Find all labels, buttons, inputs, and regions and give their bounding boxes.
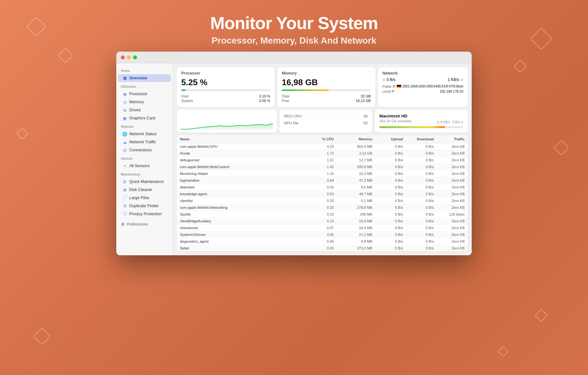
table-row: cfprefsd 0.33 5,1 MB 0 B/s 0 B/s Zero KB	[177, 198, 468, 204]
process-download: 0 B/s	[403, 226, 434, 230]
sidebar-item-processor[interactable]: ◉ Processor	[118, 90, 171, 98]
process-name: distnoted	[180, 185, 295, 189]
process-upload: 0 B/s	[372, 206, 403, 209]
sidebar-item-memory[interactable]: ◎ Memory	[118, 98, 171, 106]
sidebar-item-overview[interactable]: ⊞ Overview	[118, 74, 171, 82]
globe-icon: 🌐	[122, 132, 127, 136]
process-upload: 0 B/s	[372, 165, 403, 169]
process-download: 0 B/s	[403, 206, 434, 209]
process-mem: 804,9 MB	[334, 145, 372, 148]
total-label: Total	[282, 94, 289, 98]
process-name: Spotify	[180, 212, 295, 216]
preferences-button[interactable]: ⚙ Preferences	[116, 219, 173, 229]
process-download: 0 B/s	[403, 178, 434, 182]
process-download: 0 B/s	[403, 192, 434, 196]
process-download: 0 B/s	[403, 212, 434, 216]
memory-icon: ◎	[122, 100, 127, 104]
process-traffic: Zero KB	[434, 165, 465, 169]
process-mem: 273,2 MB	[334, 246, 372, 250]
hd-speed-row: ⊙ 8 KB/s 0 B/s ⊙	[437, 120, 463, 124]
sidebar-item-drives[interactable]: ⊕ Drives	[118, 106, 171, 114]
processor-system-row: System 2.06 %	[181, 99, 270, 103]
table-row: com.apple.WebKit.GPU 4.23 804,9 MB 0 B/s…	[177, 143, 468, 150]
sidebar-item-network-traffic[interactable]: ☁ Network Traffic	[118, 138, 171, 146]
processor-progress-fill	[181, 89, 186, 91]
process-mem: 248 MB	[334, 212, 372, 216]
sidebar-item-network-traffic-label: Network Traffic	[129, 140, 156, 144]
gpu-die-value: 62	[364, 121, 368, 125]
process-mem: 21,2 MB	[334, 233, 372, 237]
up-arrow-icon: ⊙	[460, 78, 463, 82]
col-name-header: Name	[180, 137, 295, 141]
memory-free-row: Free 16,13 GB	[282, 99, 371, 103]
deco-shape-8	[16, 127, 29, 140]
process-traffic: Zero KB	[434, 178, 465, 182]
col-traffic-header: Traffic	[434, 137, 465, 141]
table-row: debugserver 1.61 12,7 MB 0 B/s 0 B/s Zer…	[177, 157, 468, 164]
process-upload: 0 B/s	[372, 239, 403, 243]
process-name: debugserver	[180, 158, 295, 162]
process-name: loginwindow	[180, 178, 295, 182]
gpu-peci-row: PECI CPU 65	[284, 114, 368, 119]
sidebar-item-overview-label: Overview	[129, 76, 147, 80]
process-cpu: 0.06	[295, 233, 334, 237]
sidebar-item-drives-label: Drives	[129, 108, 141, 112]
sidebar-item-graphics-card[interactable]: ▣ Graphics Card	[118, 114, 171, 122]
process-mem: 2,12 GB	[334, 151, 372, 155]
header-area: Monitor Your System Processor, Memory, D…	[210, 0, 378, 46]
total-value: 32 GB	[361, 94, 371, 98]
sidebar-item-disk-cleaner[interactable]: ✿ Disk Cleaner	[118, 186, 171, 194]
sidebar-item-network-status[interactable]: 🌐 Network Status	[118, 130, 171, 138]
sensors-icon: ✦	[122, 164, 127, 168]
preferences-label: Preferences	[127, 222, 148, 227]
traffic-lights	[121, 56, 137, 59]
close-button[interactable]	[121, 56, 125, 59]
down-arrow-icon: ⊙	[383, 78, 385, 82]
download-indicator: ⊙ 0 B/s	[383, 77, 395, 82]
process-traffic: Zero KB	[434, 145, 465, 148]
hd-card: Macintosh HD 263,34 GB available ⊙ 8 KB/…	[375, 110, 468, 133]
sidebar-item-processor-label: Processor	[129, 92, 147, 96]
hd-subtitle: 263,34 GB available	[379, 119, 411, 123]
sidebar-item-quick-maintenance-label: Quick Maintenance	[129, 179, 164, 184]
process-download: 0 B/s	[403, 151, 434, 155]
deco-shape-7	[498, 346, 509, 357]
sidebar-item-duplicate-finder[interactable]: ⧉ Duplicate Finder	[118, 202, 171, 210]
process-cpu: 4.23	[295, 145, 334, 148]
processor-card: Processor 5.25 % User 3.19 % System 2.06…	[177, 67, 275, 107]
zoom-button[interactable]	[133, 56, 137, 59]
main-title: Monitor Your System	[210, 13, 378, 33]
minimize-button[interactable]	[127, 56, 131, 59]
table-row: loginwindow 0.64 47,3 MB 0 B/s 0 B/s Zer…	[177, 177, 468, 184]
process-upload: 0 B/s	[372, 178, 403, 182]
table-row: SystemUIServer 0.06 21,2 MB 0 B/s 0 B/s …	[177, 231, 468, 238]
free-label: Free	[282, 99, 289, 103]
file-icon: 📄	[122, 196, 127, 200]
cpu-chart-card	[177, 110, 277, 133]
sidebar-item-quick-maintenance[interactable]: ⚙ Quick Maintenance	[118, 178, 171, 186]
deco-shape-3	[530, 27, 553, 50]
processor-value: 5.25 %	[181, 77, 270, 87]
process-upload: 0 B/s	[372, 219, 403, 223]
process-traffic: Zero KB	[434, 185, 465, 189]
germany-flag	[397, 85, 401, 88]
main-content: Processor 5.25 % User 3.19 % System 2.06…	[173, 63, 472, 255]
process-mem: 48,7 MB	[334, 192, 372, 196]
sidebar-item-all-sensors[interactable]: ✦ All Sensors	[118, 162, 171, 170]
table-row: ViewBridgeAuxiliary 0.10 10,9 MB 0 B/s 0…	[177, 218, 468, 225]
process-upload: 0 B/s	[372, 246, 403, 250]
process-mem: 8,9 MB	[334, 239, 372, 243]
sidebar-item-memory-label: Memory	[129, 100, 144, 104]
table-row: Monitoring Helper 1.16 15,2 MB 0 B/s 0 B…	[177, 170, 468, 177]
table-row: Xcode 1.72 2,12 GB 0 B/s 0 B/s Zero KB	[177, 150, 468, 157]
process-traffic: 116 bytes	[434, 212, 465, 216]
drive-icon: ⊕	[122, 108, 127, 112]
process-download: 0 B/s	[403, 165, 434, 169]
col-upload-header: Upload	[372, 137, 403, 141]
sidebar-item-large-files[interactable]: 📄 Large Files	[118, 194, 171, 202]
local-ip-value: 192.168.178.20	[440, 89, 463, 93]
table-row: diagnostics_agent 0.06 8,9 MB 0 B/s 0 B/…	[177, 238, 468, 245]
sidebar-item-privacy-protection[interactable]: 🛡 Privacy Protection	[118, 210, 171, 218]
sidebar-item-connections[interactable]: ⊟ Connections	[118, 146, 171, 154]
process-traffic: Zero KB	[434, 199, 465, 203]
